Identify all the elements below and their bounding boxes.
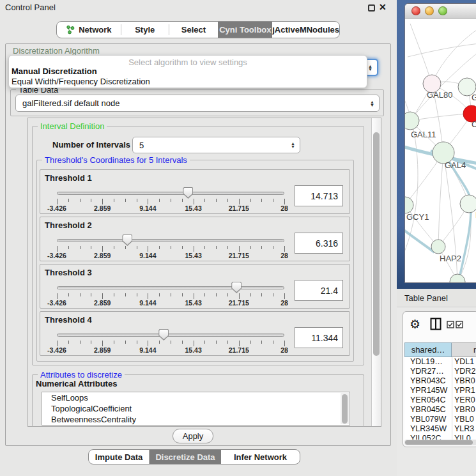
close-traffic-light-icon[interactable] xyxy=(411,6,420,15)
close-icon[interactable]: ✕ xyxy=(379,2,387,12)
dropdown-option-equal-width[interactable]: Equal Width/Frequency Discretization xyxy=(11,77,365,86)
tab-impute-data[interactable]: Impute Data xyxy=(89,450,150,464)
tab-network[interactable]: Network xyxy=(57,22,121,38)
list-scrollbar[interactable] xyxy=(341,393,349,424)
scrollbar-thumb[interactable] xyxy=(405,440,473,445)
apply-button[interactable]: Apply xyxy=(173,429,213,443)
network-canvas[interactable]: GAL80 GA C GAL11 GAL4 GCY1 H HAP2 xyxy=(405,19,476,283)
table-row[interactable]: YIL052CYIL0 xyxy=(404,434,476,440)
table-data-combo[interactable]: galFiltered.sif default node ▲▼ xyxy=(15,95,380,112)
threshold-label: Threshold 3 xyxy=(45,268,92,277)
column-split-icon[interactable] xyxy=(430,318,441,330)
checkbox-checked-icon[interactable] xyxy=(456,321,463,328)
slider-ticks xyxy=(57,199,284,204)
slider-track[interactable] xyxy=(57,192,284,195)
gear-icon[interactable]: ⚙ xyxy=(410,317,420,332)
slider-track[interactable] xyxy=(57,239,284,242)
node-label-gal11: GAL11 xyxy=(411,130,436,139)
tab-jactivemnodules[interactable]: jActiveMNodules xyxy=(272,22,339,38)
combo-arrows-icon: ▲▼ xyxy=(291,142,295,148)
dropdown-placeholder: Select algorithm to view settings xyxy=(9,58,367,67)
tab-label: Select xyxy=(181,25,206,35)
num-intervals-combo[interactable]: 5 ▲▼ xyxy=(132,137,300,153)
numerical-attributes-list[interactable]: SelfLoopsTopologicalCoefficientBetweenne… xyxy=(42,392,350,426)
slider-thumb[interactable] xyxy=(183,187,193,199)
minimize-traffic-light-icon[interactable] xyxy=(425,6,434,15)
tab-style[interactable]: Style xyxy=(121,22,169,38)
network-window-titlebar[interactable] xyxy=(405,4,476,19)
slider-thumb[interactable] xyxy=(122,234,132,246)
combo-arrows-icon: ▲▼ xyxy=(370,100,374,107)
node-label-gal80: GAL80 xyxy=(427,90,452,100)
network-icon xyxy=(66,25,75,35)
threshold-3-slider[interactable]: -3.4262.8599.14415.4321.71528 xyxy=(57,281,284,307)
table-row[interactable]: YER054CYER0 xyxy=(404,395,476,405)
node-label-below-red: C xyxy=(472,119,476,129)
interval-definition-title: Interval Definition xyxy=(38,121,107,131)
threshold-value-field[interactable]: 14.713 xyxy=(295,185,343,206)
list-item[interactable]: BetweennessCentrality xyxy=(42,414,349,425)
table-row[interactable]: YLR345WYLR3 xyxy=(404,424,476,434)
table-row[interactable]: YBR043CYBR0 xyxy=(404,376,476,386)
scrollbar-thumb[interactable] xyxy=(373,132,380,356)
node-table-body: YDL19…YDL1YDR27…YDR2YBR043CYBR0YPR145WYP… xyxy=(404,357,476,440)
algorithm-dropdown: Select algorithm to view settings Manual… xyxy=(8,55,367,88)
slider-thumb[interactable] xyxy=(158,329,169,341)
slider-track[interactable] xyxy=(57,286,284,289)
attributes-list-items: SelfLoopsTopologicalCoefficientBetweenne… xyxy=(42,392,349,425)
tab-infer-network[interactable]: Infer Network xyxy=(221,450,300,464)
table-row[interactable]: YDL19…YDL1 xyxy=(404,357,476,367)
tab-cyni-toolbox[interactable]: Cyni Toolbox xyxy=(218,22,272,38)
tab-label: Style xyxy=(135,25,155,35)
slider-track[interactable] xyxy=(57,334,284,337)
attributes-group-title: Attributes to discretize xyxy=(38,370,125,380)
threshold-4-panel: Threshold 4 -3.4262.8599.14415.4321.7152… xyxy=(40,311,350,356)
column-label: na xyxy=(473,345,476,355)
threshold-1-slider[interactable]: -3.4262.8599.14415.4321.71528 xyxy=(57,187,284,212)
tab-label: Impute Data xyxy=(95,452,142,462)
threshold-2-panel: Threshold 2 -3.4262.8599.14415.4321.7152… xyxy=(40,217,350,261)
tab-select[interactable]: Select xyxy=(169,22,219,38)
dropdown-option-manual[interactable]: Manual Discretization xyxy=(11,66,365,76)
right-workspace: GAL80 GA C GAL11 GAL4 GCY1 H HAP2 Table … xyxy=(397,0,476,476)
table-panel-header: Table Panel xyxy=(397,289,476,307)
float-window-icon[interactable] xyxy=(368,4,375,12)
combo-arrows-icon: ▲▼ xyxy=(368,65,372,71)
column-header-name[interactable]: na xyxy=(452,342,476,357)
num-intervals-label: Number of Intervals xyxy=(52,140,130,150)
table-row[interactable]: YBL079WYBL0 xyxy=(404,415,476,424)
slider-ticks xyxy=(57,246,284,252)
table-row[interactable]: YPR145WYPR1 xyxy=(404,386,476,395)
table-row[interactable]: YDR27…YDR2 xyxy=(404,367,476,376)
scrollbar-thumb[interactable] xyxy=(342,394,348,424)
list-item[interactable]: SelfLoops xyxy=(42,392,349,403)
node-right-mid xyxy=(460,195,476,213)
table-row[interactable]: YBR045CYBR0 xyxy=(404,405,476,415)
slider-thumb[interactable] xyxy=(231,282,242,293)
tab-label: Cyni Toolbox xyxy=(219,25,271,35)
threshold-2-slider[interactable]: -3.4262.8599.14415.4321.71528 xyxy=(57,234,284,259)
algorithm-group-title: Discretization Algorithm xyxy=(13,46,100,56)
threshold-value-field[interactable]: 6.316 xyxy=(295,233,343,254)
network-window[interactable]: GAL80 GA C GAL11 GAL4 GCY1 H HAP2 xyxy=(404,3,476,283)
panel-title: Control Panel xyxy=(5,3,56,12)
node-label-gal4: GAL4 xyxy=(445,160,466,170)
checkbox-checked-icon[interactable] xyxy=(447,321,454,328)
horizontal-scrollbar[interactable] xyxy=(404,440,476,445)
control-panel-titlebar: Control Panel ✕ xyxy=(0,0,397,15)
vertical-scrollbar[interactable] xyxy=(371,118,381,426)
column-label: shared… xyxy=(411,345,445,355)
table-panel-title: Table Panel xyxy=(404,293,448,303)
numerical-attributes-label: Numerical Attributes xyxy=(36,379,117,388)
threshold-4-slider[interactable]: -3.4262.8599.14415.4321.71528 xyxy=(57,328,284,354)
node-label-hap2: HAP2 xyxy=(440,254,461,263)
threshold-value-field[interactable]: 11.344 xyxy=(295,327,343,348)
tab-discretize-data[interactable]: Discretize Data xyxy=(150,450,221,464)
threshold-value-field[interactable]: 21.4 xyxy=(295,280,343,301)
list-item[interactable]: TopologicalCoefficient xyxy=(42,403,349,414)
zoom-traffic-light-icon[interactable] xyxy=(438,6,447,15)
tab-label: Discretize Data xyxy=(155,452,215,462)
column-header-shared-name[interactable]: shared… xyxy=(404,342,452,357)
slider-ticks xyxy=(57,293,284,299)
tab-label: jActiveMNodules xyxy=(272,25,339,35)
